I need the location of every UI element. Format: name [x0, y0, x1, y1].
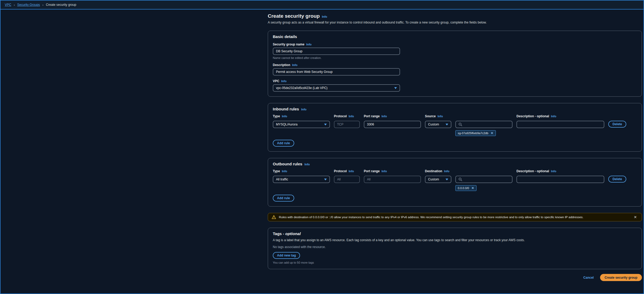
inbound-type-value: MYSQL/Aurora [276, 123, 297, 126]
vpc-select-value: vpc-05de232a0d5cd423e (Lab VPC) [276, 86, 328, 90]
chevron-down-icon [324, 124, 327, 125]
page: VPC › Security Groups › Create security … [0, 0, 644, 294]
outbound-description-column: Description - optional Info [516, 169, 604, 191]
outbound-destination-info-link[interactable]: Info [444, 170, 449, 173]
description-label: Description [273, 63, 290, 67]
inbound-port-input[interactable]: 3306 [364, 121, 421, 128]
description-input[interactable]: Permit access from Web Security Group [273, 68, 400, 76]
form-actions: Cancel Create security group [268, 274, 642, 284]
outbound-destination-search-input[interactable] [455, 176, 513, 183]
outbound-rules-header: Outbound rules Info [273, 162, 637, 166]
inbound-rules-panel: Inbound rules Info Type Info MYSQL/Auror… [268, 103, 642, 152]
outbound-delete-column: Delete [608, 169, 627, 191]
outbound-type-info-link[interactable]: Info [282, 170, 287, 173]
outbound-description-info-link[interactable]: Info [551, 170, 556, 173]
tags-header: Tags - optional [273, 231, 637, 236]
tags-limit-text: You can add up to 50 more tags [273, 261, 637, 264]
inbound-protocol-info-link[interactable]: Info [349, 115, 354, 118]
outbound-port-info-link[interactable]: Info [382, 170, 387, 173]
inbound-protocol-input: TCP [334, 121, 360, 128]
inbound-source-value: Custom [428, 123, 439, 126]
security-group-name-field: Security group name Info DB Security Gro… [273, 43, 637, 59]
destination-warning-banner: Rules with destination of 0.0.0.0/0 or :… [268, 213, 642, 221]
chevron-down-icon [324, 179, 327, 180]
inbound-type-info-link[interactable]: Info [282, 115, 287, 118]
basic-details-title: Basic details [273, 34, 297, 39]
outbound-description-header: Description - optional [516, 169, 549, 173]
vpc-select[interactable]: vpc-05de232a0d5cd423e (Lab VPC) [273, 84, 400, 92]
tags-empty-text: No tags associated with the resource. [273, 245, 637, 249]
vpc-field: VPC Info vpc-05de232a0d5cd423e (Lab VPC) [273, 79, 637, 92]
inbound-rules-info-link[interactable]: Info [301, 108, 306, 111]
outbound-destination-token-label: 0.0.0.0/0 [458, 186, 469, 190]
outbound-delete-button[interactable]: Delete [608, 176, 626, 183]
inbound-add-rule-button[interactable]: Add rule [273, 140, 294, 147]
breadcrumb-link-vpc[interactable]: VPC [5, 3, 11, 7]
page-header: Create security group Info [268, 13, 642, 19]
warning-text: Rules with destination of 0.0.0.0/0 or :… [279, 216, 630, 219]
outbound-add-rule-button[interactable]: Add rule [273, 195, 294, 202]
security-group-name-label: Security group name [273, 43, 304, 46]
cancel-button[interactable]: Cancel [583, 276, 594, 279]
outbound-destination-token: 0.0.0.0/0 ✕ [455, 185, 477, 191]
outbound-protocol-input: All [334, 176, 360, 183]
inbound-source-search-input[interactable] [455, 121, 513, 128]
breadcrumb: VPC › Security Groups › Create security … [1, 1, 643, 10]
breadcrumb-separator-icon: › [42, 3, 43, 7]
token-dismiss-icon[interactable]: ✕ [491, 131, 493, 135]
inbound-port-info-link[interactable]: Info [382, 115, 387, 118]
chevron-down-icon [394, 87, 397, 89]
security-group-name-info-link[interactable]: Info [306, 43, 311, 46]
outbound-rules-info-link[interactable]: Info [305, 163, 310, 166]
outbound-destination-search-column: 0.0.0.0/0 ✕ [455, 169, 513, 191]
vpc-info-link[interactable]: Info [281, 80, 287, 83]
outbound-description-input[interactable] [516, 176, 604, 183]
inbound-description-input[interactable] [516, 121, 604, 128]
inbound-source-info-link[interactable]: Info [438, 115, 443, 118]
outbound-type-value: All traffic [276, 178, 288, 181]
outbound-protocol-header: Protocol [334, 169, 347, 173]
close-icon[interactable]: ✕ [633, 215, 638, 219]
inbound-delete-button[interactable]: Delete [608, 121, 626, 128]
inbound-port-header: Port range [364, 114, 380, 118]
page-title-info-link[interactable]: Info [322, 15, 327, 18]
vpc-label: VPC [273, 79, 279, 83]
chevron-down-icon [446, 179, 448, 180]
outbound-protocol-info-link[interactable]: Info [349, 170, 354, 173]
security-group-name-input[interactable]: DB Security Group [273, 48, 400, 55]
outbound-protocol-column: Protocol Info All [334, 169, 360, 191]
inbound-description-header: Description - optional [516, 114, 549, 118]
inbound-description-column: Description - optional Info [516, 114, 604, 136]
page-title: Create security group [268, 13, 320, 19]
inbound-source-select[interactable]: Custom [425, 121, 451, 128]
outbound-port-input: All [364, 176, 421, 183]
tags-title-optional: optional [285, 231, 301, 236]
search-icon [459, 123, 462, 126]
inbound-type-header: Type [273, 114, 280, 118]
description-info-link[interactable]: Info [292, 63, 297, 67]
warning-icon [272, 215, 276, 219]
outbound-destination-column: Destination Info Custom [425, 169, 451, 191]
outbound-type-column: Type Info All traffic [273, 169, 330, 191]
add-new-tag-button[interactable]: Add new tag [273, 252, 300, 259]
inbound-source-column: Source Info Custom [425, 114, 451, 136]
inbound-rules-title: Inbound rules [273, 107, 299, 111]
inbound-type-column: Type Info MYSQL/Aurora [273, 114, 330, 136]
inbound-type-select[interactable]: MYSQL/Aurora [273, 121, 330, 128]
inbound-source-header: Source [425, 114, 436, 118]
outbound-destination-select[interactable]: Custom [425, 176, 451, 183]
breadcrumb-separator-icon: › [14, 3, 15, 7]
outbound-destination-header: Destination [425, 169, 442, 173]
outbound-rule-row: Type Info All traffic Protocol Info All [273, 169, 637, 191]
tags-description: A tag is a label that you assign to an A… [273, 238, 637, 242]
token-dismiss-icon[interactable]: ✕ [471, 186, 474, 190]
create-security-group-button[interactable]: Create security group [600, 274, 642, 281]
chevron-down-icon [446, 124, 448, 125]
outbound-type-select[interactable]: All traffic [273, 176, 330, 183]
breadcrumb-link-security-groups[interactable]: Security Groups [17, 3, 40, 7]
inbound-description-info-link[interactable]: Info [551, 115, 556, 118]
inbound-rules-header: Inbound rules Info [273, 107, 637, 111]
inbound-protocol-header: Protocol [334, 114, 347, 118]
outbound-rules-panel: Outbound rules Info Type Info All traffi… [268, 158, 642, 207]
tags-title-prefix: Tags - [273, 231, 285, 236]
